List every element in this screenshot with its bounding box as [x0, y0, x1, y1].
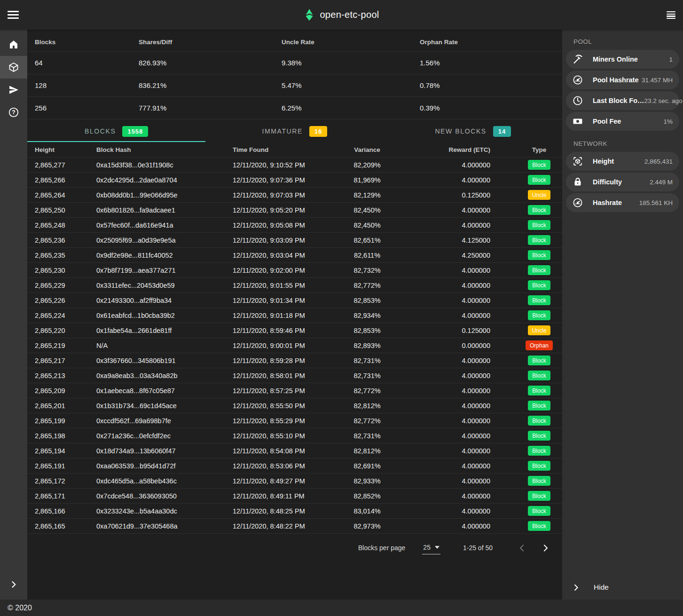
block-variance: 82,772% — [328, 413, 406, 428]
block-hash: 0x1fabe54a...2661de81ff — [96, 323, 233, 338]
type-badge-uncle: Uncle — [528, 325, 551, 335]
tab-immature[interactable]: IMMATURE16 — [205, 121, 384, 142]
menu-icon[interactable] — [8, 11, 19, 19]
block-type-cell: Block — [516, 383, 562, 398]
page-footer: © 2020 — [0, 600, 683, 616]
block-reward: 4.000000 — [406, 173, 516, 187]
blocks-per-page-select[interactable]: 25 — [422, 542, 440, 554]
block-time: 12/11/2020, 8:48:25 PM — [233, 504, 328, 518]
block-reward: 4.000000 — [406, 398, 516, 413]
stats-value: 777.91% — [131, 97, 274, 119]
type-badge-block: Block — [528, 401, 550, 411]
type-badge-block: Block — [528, 160, 550, 170]
block-height: 2,865,201 — [27, 398, 96, 413]
block-time: 12/11/2020, 8:59:28 PM — [233, 353, 328, 368]
block-hash: 0xaa063539...b95d41d72f — [96, 458, 233, 473]
stats-value: 1.56% — [412, 52, 562, 74]
block-type-cell: Block — [516, 218, 562, 232]
block-row: 2,865,1980x271a236c...0efcfdf2ec12/11/20… — [27, 428, 562, 443]
block-variance: 82,772% — [328, 383, 406, 398]
tab-label: BLOCKS — [85, 127, 116, 135]
block-height: 2,865,224 — [27, 308, 96, 323]
block-time: 12/11/2020, 9:03:09 PM — [233, 233, 328, 247]
block-height: 2,865,165 — [27, 519, 96, 533]
nav-payments[interactable] — [0, 79, 27, 101]
home-icon — [8, 39, 19, 50]
stat-chip-hashrate: Hashrate185.561 KH — [566, 193, 679, 212]
block-hash: 0x3f367660...345806b191 — [96, 353, 233, 368]
block-height: 2,865,264 — [27, 188, 96, 202]
block-variance: 82,731% — [328, 353, 406, 368]
block-height: 2,865,236 — [27, 233, 96, 247]
block-hash: 0x3233243e...b5a4aa30dc — [96, 504, 233, 518]
rail-expand-button[interactable] — [0, 580, 27, 589]
block-hash: 0xa15d3f38...0e31f1908c — [96, 158, 233, 172]
block-type-cell: Block — [516, 353, 562, 368]
main-content: BlocksShares/DiffUncle RateOrphan Rate 6… — [27, 30, 562, 600]
block-row: 2,865,2350x9df2e98e...811fc4005212/11/20… — [27, 248, 562, 263]
hide-sidebar-button[interactable]: Hide — [562, 575, 683, 600]
stat-value: 2,865,431 — [644, 158, 673, 165]
network-section-label: NETWORK — [562, 133, 683, 152]
cube-icon — [8, 62, 19, 73]
block-time: 12/11/2020, 9:01:34 PM — [233, 293, 328, 308]
block-time: 12/11/2020, 9:00:01 PM — [233, 338, 328, 353]
block-time: 12/11/2020, 8:49:11 PM — [233, 489, 328, 503]
right-menu-icon[interactable] — [667, 11, 675, 19]
block-row: 2,865,2640xb08dd0b1...99e066d95e12/11/20… — [27, 188, 562, 203]
block-height: 2,865,199 — [27, 413, 96, 428]
type-badge-block: Block — [528, 235, 550, 245]
block-row: 2,865,2290x3311efec...20453d0e5912/11/20… — [27, 278, 562, 293]
stat-value: 1% — [663, 118, 673, 125]
block-time: 12/11/2020, 8:55:29 PM — [233, 413, 328, 428]
block-hash: 0x7b8f7199...aea377a271 — [96, 263, 233, 277]
tab-blocks[interactable]: BLOCKS1558 — [27, 121, 205, 142]
stat-value: 23.2 sec. ago — [644, 97, 683, 104]
tab-count-badge: 1558 — [122, 126, 148, 137]
block-type-cell: Block — [516, 398, 562, 413]
nav-home[interactable] — [0, 33, 27, 56]
block-height: 2,865,172 — [27, 474, 96, 488]
block-height: 2,865,213 — [27, 368, 96, 383]
tab-new-blocks[interactable]: NEW BLOCKS14 — [384, 121, 562, 142]
block-height: 2,865,235 — [27, 248, 96, 262]
svg-text:?: ? — [12, 109, 15, 116]
block-type-cell: Block — [516, 428, 562, 443]
stats-value: 826.93% — [131, 52, 274, 74]
block-hash: 0x21493300...af2ff9ba34 — [96, 293, 233, 308]
block-reward: 4.000000 — [406, 383, 516, 398]
type-badge-block: Block — [528, 280, 550, 290]
stat-chip-last-block-fo: Last Block Fo…23.2 sec. ago — [566, 91, 679, 110]
send-icon — [8, 84, 19, 95]
blocks-col-header-type: Type — [516, 142, 562, 157]
block-time: 12/11/2020, 9:10:52 PM — [233, 158, 328, 172]
previous-page-button[interactable] — [513, 539, 530, 556]
app-title: open-etc-pool — [320, 9, 379, 20]
type-badge-block: Block — [528, 416, 550, 426]
page-range: 1-25 of 50 — [463, 544, 493, 552]
block-variance: 82,772% — [328, 278, 406, 292]
block-height: 2,865,219 — [27, 338, 96, 353]
block-variance: 82,853% — [328, 323, 406, 338]
block-time: 12/11/2020, 8:49:27 PM — [233, 474, 328, 488]
pagination-bar: Blocks per page 25 1-25 of 50 — [27, 534, 562, 562]
block-variance: 82,852% — [328, 489, 406, 503]
block-hash: 0x25095f69...a0d39e9e5a — [96, 233, 233, 247]
nav-blocks[interactable] — [0, 56, 27, 79]
stats-value: 128 — [27, 74, 131, 96]
top-app-bar: open-etc-pool — [0, 0, 683, 30]
block-height: 2,865,171 — [27, 489, 96, 503]
block-type-cell: Block — [516, 443, 562, 458]
brand: open-etc-pool — [304, 8, 379, 21]
block-row: 2,865,1720xdc465d5a...a58beb436c12/11/20… — [27, 474, 562, 489]
block-type-cell: Block — [516, 519, 562, 533]
stats-value: 9.38% — [274, 52, 412, 74]
block-time: 12/11/2020, 8:55:10 PM — [233, 428, 328, 443]
stat-label: Hashrate — [593, 199, 622, 206]
nav-help[interactable]: ? — [0, 101, 27, 124]
next-page-button[interactable] — [537, 539, 554, 556]
block-row: 2,865,2300x7b8f7199...aea377a27112/11/20… — [27, 263, 562, 278]
stat-value: 1 — [669, 56, 673, 63]
type-badge-block: Block — [528, 521, 550, 531]
block-hash: 0xdc465d5a...a58beb436c — [96, 474, 233, 488]
